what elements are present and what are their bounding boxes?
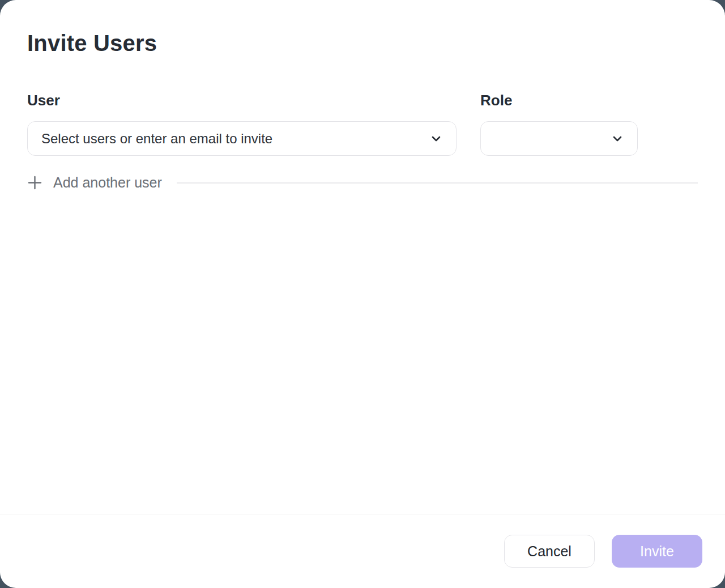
plus-icon bbox=[27, 175, 42, 190]
role-field-label: Role bbox=[480, 92, 638, 109]
role-select[interactable] bbox=[480, 121, 638, 156]
chevron-down-icon bbox=[611, 133, 624, 145]
user-field-label: User bbox=[27, 92, 457, 109]
page-background: Invite Users User Select users or enter … bbox=[0, 0, 725, 588]
add-another-user-button[interactable]: Add another user bbox=[27, 174, 162, 191]
invite-form-row: User Select users or enter an email to i… bbox=[27, 92, 698, 156]
invite-button[interactable]: Invite bbox=[612, 535, 702, 568]
dialog-body: Invite Users User Select users or enter … bbox=[0, 0, 725, 514]
horizontal-divider bbox=[177, 182, 698, 184]
add-user-row: Add another user bbox=[27, 174, 698, 191]
role-field: Role bbox=[480, 92, 638, 156]
dialog-title: Invite Users bbox=[27, 29, 698, 57]
dialog-footer: Cancel Invite bbox=[0, 514, 725, 588]
user-select-placeholder: Select users or enter an email to invite bbox=[41, 131, 272, 147]
user-select[interactable]: Select users or enter an email to invite bbox=[27, 121, 457, 156]
user-field: User Select users or enter an email to i… bbox=[27, 92, 457, 156]
cancel-button[interactable]: Cancel bbox=[504, 535, 595, 568]
add-another-user-label: Add another user bbox=[53, 174, 162, 191]
chevron-down-icon bbox=[430, 133, 442, 145]
invite-users-dialog: Invite Users User Select users or enter … bbox=[0, 0, 725, 588]
